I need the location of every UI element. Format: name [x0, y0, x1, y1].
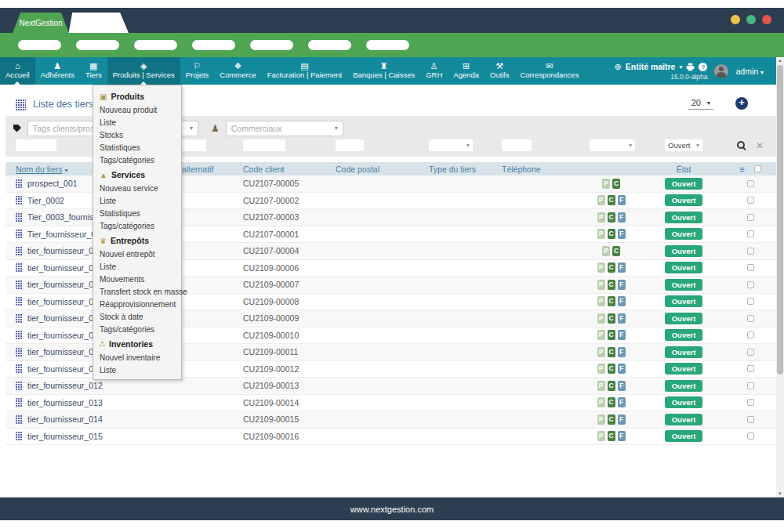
page-size-select[interactable]: 20 ▾ — [688, 97, 713, 110]
row-checkbox[interactable] — [747, 331, 754, 338]
filter-input-telephone[interactable] — [502, 139, 532, 151]
nav-item[interactable]: ▤ Facturation | Paiement — [262, 57, 347, 85]
user-avatar[interactable] — [714, 64, 728, 78]
tier-name-link[interactable]: tier_fournisseur_008 — [27, 313, 103, 323]
menu-item[interactable]: Nouvel entrepôt — [93, 248, 181, 260]
tier-name-link[interactable]: tier_fournisseur_010 — [27, 347, 103, 356]
row-checkbox[interactable] — [747, 416, 754, 423]
table-row[interactable]: tier_fournisseur_015 CU2109-00016 PCF Ou… — [5, 429, 778, 446]
window-control-button[interactable] — [746, 15, 756, 24]
menu-item[interactable]: Liste — [93, 260, 181, 273]
menu-item[interactable]: Stock à date — [93, 310, 181, 323]
menu-item[interactable]: Tags/catégories — [93, 323, 181, 335]
row-checkbox[interactable] — [747, 382, 754, 389]
col-header-nom-du-tiers[interactable]: Nom du tiers — [16, 165, 63, 174]
menu-item[interactable]: Tags/catégories — [93, 219, 181, 232]
menu-item[interactable]: Liste — [93, 194, 181, 207]
menu-item[interactable]: Mouvements — [93, 273, 181, 285]
nav-item[interactable]: ♟ Adhérents — [35, 57, 80, 85]
row-checkbox[interactable] — [747, 214, 754, 221]
menu-item[interactable]: Tags/catégories — [93, 154, 181, 166]
nav-item[interactable]: ▦ Tiers — [80, 57, 107, 85]
table-row[interactable]: tier_fournisseur_014 CU2109-00015 PCF Ou… — [5, 411, 778, 429]
type-badge-c: C — [608, 381, 615, 391]
commerciaux-filter-select[interactable]: Commerciaux ▾ — [226, 121, 343, 136]
filter-select-type-tiers[interactable]: ▾ — [429, 139, 473, 151]
nav-item[interactable]: ❖ Commerce — [214, 57, 261, 85]
row-checkbox[interactable] — [747, 298, 754, 305]
col-header-code-postal[interactable]: Code postal — [324, 165, 417, 174]
filter-select-nature[interactable]: ▾ — [590, 139, 635, 151]
help-icon[interactable]: ? — [699, 63, 707, 71]
type-badge-p: P — [597, 330, 605, 340]
filter-select-etat[interactable]: Ouvert▾ — [665, 139, 702, 151]
nav-item[interactable]: ⊞ Agenda — [448, 57, 485, 85]
row-checkbox[interactable] — [747, 180, 754, 187]
menu-item[interactable]: Transfert stock en masse — [93, 285, 181, 298]
tier-name-link[interactable]: prospect_001 — [27, 179, 78, 188]
nav-item[interactable]: ⚐ Projets — [180, 57, 215, 85]
row-checkbox[interactable] — [747, 281, 754, 288]
menu-item[interactable]: Stocks — [93, 128, 181, 141]
clear-filters-icon[interactable]: ✕ — [756, 141, 764, 150]
menu-item[interactable]: Nouvel inventaire — [93, 351, 181, 364]
row-checkbox[interactable] — [747, 349, 754, 356]
row-checkbox[interactable] — [747, 197, 754, 204]
window-control-button[interactable] — [762, 15, 771, 24]
scrollbar-thumb[interactable] — [777, 65, 783, 375]
tier-name-link[interactable]: tier_fournisseur_012 — [27, 381, 103, 390]
row-checkbox[interactable] — [747, 365, 754, 372]
tier-name-link[interactable]: tier_fournisseur_007 — [27, 297, 103, 306]
nav-item[interactable]: ♜ Banques | Caisses — [347, 57, 420, 85]
add-tier-button[interactable]: + — [735, 97, 748, 110]
type-badge-p: P — [597, 212, 605, 223]
col-header-type-du-tiers[interactable]: Type du tiers — [417, 165, 490, 174]
row-checkbox[interactable] — [747, 264, 754, 271]
tier-name-link[interactable]: Tier_0002 — [27, 196, 64, 205]
window-control-button[interactable] — [731, 15, 740, 24]
entity-selector[interactable]: ⊕ Entité maître ▾ ? 15.0.0-alpha — [615, 62, 708, 81]
filter-input-code-client[interactable] — [243, 139, 285, 151]
scrollbar-down-arrow[interactable]: ▼ — [776, 491, 784, 496]
row-checkbox[interactable] — [747, 432, 754, 440]
tier-name-link[interactable]: tier_fournisseur_004 — [27, 246, 103, 255]
tier-name-link[interactable]: tier_fournisseur_011 — [27, 364, 102, 374]
row-checkbox[interactable] — [747, 248, 754, 255]
row-checkbox[interactable] — [747, 315, 754, 322]
nav-item[interactable]: ♙ GRH — [420, 57, 448, 85]
list-view-icon[interactable]: ≡ — [739, 165, 744, 174]
print-icon[interactable] — [686, 63, 695, 71]
menu-item[interactable]: Réapprovisionnement — [93, 298, 181, 310]
tier-name-link[interactable]: tier_fournisseur_005 — [27, 263, 103, 273]
type-badge-f: F — [618, 330, 626, 340]
nav-item[interactable]: ⚒ Outils — [485, 57, 514, 85]
nav-item[interactable]: ◈ Produits | Services — [107, 57, 180, 85]
col-header-telephone[interactable]: Téléphone — [490, 165, 578, 174]
menu-item[interactable]: Liste — [93, 116, 181, 128]
menu-item[interactable]: Nouveau produit — [93, 103, 181, 116]
tier-name-link[interactable]: tier_fournisseur_014 — [27, 414, 103, 424]
tier-name-link[interactable]: tier_fournisseur_006 — [27, 280, 103, 289]
menu-item[interactable]: Liste — [93, 364, 181, 376]
nav-item[interactable]: ✉ Correspondances — [514, 57, 584, 85]
filter-input-code-postal[interactable] — [336, 139, 364, 151]
menu-item[interactable]: Nouveau service — [93, 182, 181, 194]
vertical-scrollbar[interactable]: ▲ ▼ — [776, 57, 784, 497]
scrollbar-up-arrow[interactable]: ▲ — [776, 58, 784, 63]
tier-name-link[interactable]: tier_fournisseur_009 — [27, 331, 103, 340]
col-header-code-client[interactable]: Code client — [231, 165, 324, 174]
filter-input-nom[interactable] — [16, 139, 56, 151]
menu-item[interactable]: Statistiques — [93, 207, 181, 219]
nav-item[interactable]: ⌂ Accueil — [0, 57, 35, 85]
search-icon[interactable] — [737, 141, 746, 150]
user-menu[interactable]: admin ▾ — [735, 67, 764, 76]
select-all-checkbox[interactable] — [754, 165, 761, 172]
tier-name-link[interactable]: tier_fournisseur_013 — [27, 398, 103, 407]
menu-item[interactable]: Statistiques — [93, 141, 181, 154]
col-header-etat[interactable]: État — [644, 165, 723, 174]
row-checkbox[interactable] — [747, 399, 754, 406]
table-row[interactable]: tier_fournisseur_013 CU2109-00014 PCF Ou… — [5, 395, 778, 412]
tier-name-link[interactable]: tier_fournisseur_015 — [27, 432, 103, 441]
table-row[interactable]: tier_fournisseur_012 CU2109-00013 PCF Ou… — [5, 378, 778, 395]
row-checkbox[interactable] — [747, 230, 754, 237]
